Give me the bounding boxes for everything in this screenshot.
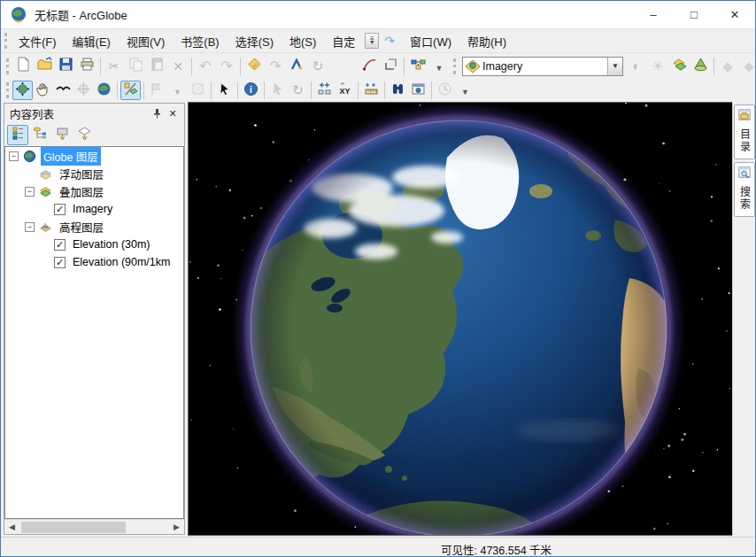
layer-combo[interactable]: Imagery▼ xyxy=(462,57,623,76)
navigate-button[interactable] xyxy=(12,81,33,100)
docked-toolbar-options-button[interactable]: ≡▾ xyxy=(365,33,379,49)
find-button[interactable] xyxy=(388,81,408,100)
scrollbar-thumb[interactable] xyxy=(21,522,126,533)
expander-icon[interactable]: − xyxy=(25,222,35,232)
open-button[interactable] xyxy=(34,56,55,77)
redo-button: ↷ xyxy=(216,56,237,77)
cursor-icon xyxy=(217,81,232,100)
globe-cone-button[interactable] xyxy=(690,56,711,77)
toc-toolbar xyxy=(4,123,184,146)
standard-toolbar: ✂✕↶↷↷↻▼Imagery▼◐✳◆◆▸▸▾ xyxy=(1,52,755,79)
toolbar-separator xyxy=(404,58,405,75)
scroll-right-icon[interactable]: ▶ xyxy=(169,520,184,535)
expander-icon[interactable]: − xyxy=(9,151,19,161)
list-by-drawing-order-button[interactable] xyxy=(7,125,28,145)
save-button[interactable] xyxy=(55,56,76,77)
fixed-frame-button xyxy=(188,81,208,100)
animation-button[interactable] xyxy=(359,56,380,77)
measure-button[interactable] xyxy=(361,81,382,100)
globenode-icon xyxy=(22,150,37,163)
toolbar-grip[interactable] xyxy=(6,82,9,98)
label-button[interactable] xyxy=(286,56,307,77)
fly-button[interactable] xyxy=(53,81,73,100)
list-by-selection-button[interactable] xyxy=(73,125,95,145)
tree-node-elevation-layers[interactable]: −高程图层 xyxy=(5,218,183,236)
menu-window[interactable]: 窗口(W) xyxy=(402,30,459,52)
elevlayers-icon xyxy=(38,220,53,234)
rotate-icon: ↻ xyxy=(312,58,324,74)
viewer-window-button[interactable] xyxy=(408,81,428,100)
tree-node-imagery[interactable]: ✓Imagery xyxy=(5,200,183,218)
tree-node-label: Imagery xyxy=(70,202,115,216)
expander-icon[interactable]: − xyxy=(25,187,35,197)
add-target-button[interactable] xyxy=(314,81,335,100)
cone-icon xyxy=(693,57,708,75)
svg-text:XY: XY xyxy=(339,87,350,96)
folder-icon xyxy=(37,57,52,75)
add-data-button[interactable] xyxy=(243,56,265,77)
copy-button xyxy=(125,56,146,77)
close-panel-icon[interactable]: ✕ xyxy=(165,105,181,121)
diamond-icon: ◆ xyxy=(722,58,733,74)
toc-tree: −Globe 图层浮动图层−叠加图层✓Imagery−高程图层✓Elevatio… xyxy=(4,146,184,519)
menubar-grip[interactable] xyxy=(4,33,7,49)
delete-button: ✕ xyxy=(167,56,189,77)
menu-edit[interactable]: 编辑(E) xyxy=(65,30,119,52)
toolbar-grip[interactable] xyxy=(453,58,456,74)
table-of-contents-panel: 内容列表 ✕ −Globe 图层浮动图层−叠加图层✓Imagery−高程图层✓E… xyxy=(4,103,185,535)
menu-file[interactable]: 文件(F) xyxy=(11,30,65,52)
minimize-button[interactable]: – xyxy=(633,1,674,28)
tree-node-globe-layers[interactable]: −Globe 图层 xyxy=(5,147,183,165)
toolbar-grip[interactable] xyxy=(6,58,9,74)
print-button[interactable] xyxy=(76,56,97,77)
pan-button[interactable] xyxy=(33,81,53,100)
menu-help[interactable]: 帮助(H) xyxy=(459,30,514,52)
menu-selection[interactable]: 选择(S) xyxy=(228,30,282,52)
modelbuilder-button[interactable] xyxy=(407,56,428,77)
layer-checkbox[interactable]: ✓ xyxy=(54,239,66,251)
select-features-button[interactable] xyxy=(214,81,235,100)
close-button[interactable]: ✕ xyxy=(714,1,755,28)
status-bar: 可见性: 4736.554 千米 xyxy=(1,537,755,557)
menu-customize[interactable]: 自定 xyxy=(324,30,363,52)
layer-diamond-icon xyxy=(465,59,481,73)
go-to-xy-button[interactable]: XY xyxy=(335,81,355,100)
animation-clock-button xyxy=(435,81,455,100)
layer-checkbox[interactable]: ✓ xyxy=(54,257,66,268)
maximize-button[interactable]: □ xyxy=(674,1,714,28)
arcglobe-window: 无标题 - ArcGlobe – □ ✕ 文件(F)编辑(E)视图(V)书签(B… xyxy=(0,0,756,557)
visibility-readout: 可见性: 4736.554 千米 xyxy=(441,541,552,557)
arcglobe-app-icon xyxy=(10,6,27,24)
tab-catalog[interactable]: 目录 xyxy=(734,104,755,159)
tree-node-floating-layers[interactable]: 浮动图层 xyxy=(5,165,183,182)
menu-bookmarks[interactable]: 书签(B) xyxy=(173,30,227,52)
svg-text:i: i xyxy=(250,84,252,94)
new-document-button[interactable] xyxy=(12,56,34,77)
list-by-source-button[interactable] xyxy=(29,125,50,145)
toc-horizontal-scrollbar[interactable]: ◀ ▶ xyxy=(4,519,184,534)
scroll-left-icon[interactable]: ◀ xyxy=(4,520,19,535)
swap-layers-button[interactable] xyxy=(668,56,690,77)
tree-node-elevation-90m[interactable]: ✓Elevation (90m/1km xyxy=(5,253,183,271)
layer-checkbox[interactable]: ✓ xyxy=(54,204,66,215)
pin-icon[interactable] xyxy=(149,105,165,121)
list-by-visibility-button[interactable] xyxy=(51,125,73,145)
tab-search[interactable]: 搜索 xyxy=(734,162,755,217)
globe-viewport[interactable] xyxy=(188,102,733,536)
nav-toolbar-options-button[interactable]: ▼ xyxy=(455,81,475,100)
targetplus-icon xyxy=(317,81,332,100)
perspective-frame-button[interactable] xyxy=(380,56,401,77)
tree-node-label: 叠加图层 xyxy=(57,182,106,201)
floatlayers-icon xyxy=(38,167,53,181)
combo-dropdown-icon[interactable]: ▼ xyxy=(607,58,622,75)
menu-geoprocessing[interactable]: 地(S) xyxy=(282,30,324,52)
redo-icon: ↷ xyxy=(220,58,232,74)
tree-node-draped-layers[interactable]: −叠加图层 xyxy=(5,182,183,200)
menu-view[interactable]: 视图(V) xyxy=(119,30,173,52)
surface-mode-button[interactable] xyxy=(120,81,141,100)
toolbar-options-button[interactable]: ▼ xyxy=(428,56,450,77)
tree-node-elevation-30m[interactable]: ✓Elevation (30m) xyxy=(5,236,183,253)
identify-button[interactable]: i xyxy=(241,81,261,100)
full-extent-button[interactable] xyxy=(94,81,114,100)
printer-icon xyxy=(80,57,95,75)
